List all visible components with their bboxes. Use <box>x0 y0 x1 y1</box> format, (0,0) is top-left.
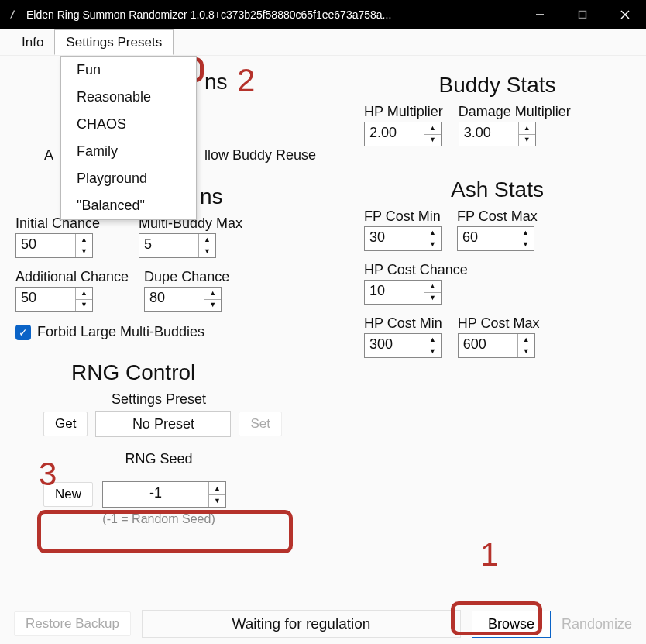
svg-rect-1 <box>579 12 586 19</box>
forbid-large-label: Forbid Large Multi-Buddies <box>37 324 204 340</box>
preset-display: No Preset <box>95 411 231 437</box>
buddy-stats-heading: Buddy Stats <box>364 73 631 98</box>
hp-multiplier-label: HP Multiplier <box>364 104 443 120</box>
hp-cost-min-input[interactable]: 300 ▲▼ <box>364 333 442 358</box>
multi-buddy-max-input[interactable]: 5 ▲▼ <box>139 233 216 258</box>
dupe-chance-label: Dupe Chance <box>144 269 229 285</box>
allow-buddy-reuse-partial: llow Buddy Reuse <box>204 147 316 164</box>
preset-reasonable[interactable]: Reasonable <box>61 84 196 111</box>
damage-multiplier-input[interactable]: 3.00 ▲▼ <box>459 122 536 146</box>
spinner-up-icon[interactable]: ▲ <box>76 234 92 246</box>
title-bar: Elden Ring Summon Randomizer 1.0.8+c373b… <box>0 0 646 29</box>
fp-cost-max-label: FP Cost Max <box>457 208 538 225</box>
preset-balanced[interactable]: "Balanced" <box>61 192 196 219</box>
menu-info[interactable]: Info <box>11 29 54 55</box>
additional-chance-input[interactable]: 50 ▲▼ <box>15 287 93 312</box>
window-title: Elden Ring Summon Randomizer 1.0.8+c373b… <box>26 9 518 21</box>
spinner-down-icon[interactable]: ▼ <box>76 246 92 258</box>
rng-control-heading: RNG Control <box>15 360 349 385</box>
randomize-button[interactable]: Randomize <box>562 616 632 632</box>
ash-stats-heading: Ash Stats <box>364 177 631 202</box>
bottom-bar: Restore Backup Waiting for regulation Br… <box>0 604 646 644</box>
close-button[interactable] <box>603 0 646 29</box>
new-seed-button[interactable]: New <box>43 482 93 507</box>
seed-hint: (-1 = Random Seed) <box>46 512 271 526</box>
fp-cost-max-input[interactable]: 60 ▲▼ <box>457 226 534 251</box>
get-button[interactable]: Get <box>43 412 88 436</box>
preset-chaos[interactable]: CHAOS <box>61 111 196 138</box>
fp-cost-min-label: FP Cost Min <box>364 208 442 225</box>
menu-bar: Info Settings Presets <box>0 29 646 56</box>
hp-cost-chance-label: HP Cost Chance <box>364 262 468 278</box>
settings-presets-dropdown: Fun Reasonable CHAOS Family Playground "… <box>60 56 197 220</box>
set-button[interactable]: Set <box>239 412 282 436</box>
minimize-button[interactable] <box>518 0 561 29</box>
hp-multiplier-input[interactable]: 2.00 ▲▼ <box>364 122 442 146</box>
preset-family[interactable]: Family <box>61 138 196 165</box>
maximize-button[interactable] <box>561 0 603 29</box>
menu-settings-presets[interactable]: Settings Presets <box>54 29 174 55</box>
hp-cost-max-label: HP Cost Max <box>458 315 540 332</box>
restore-backup-button[interactable]: Restore Backup <box>14 611 131 636</box>
hp-cost-chance-input[interactable]: 10 ▲▼ <box>364 280 442 305</box>
forbid-large-checkbox[interactable]: ✓ <box>15 325 31 340</box>
dupe-chance-input[interactable]: 80 ▲▼ <box>144 287 222 312</box>
hp-cost-min-label: HP Cost Min <box>364 315 442 332</box>
damage-multiplier-label: Damage Multiplier <box>459 104 571 120</box>
annotation-1: 1 <box>480 536 498 573</box>
app-icon <box>8 9 20 21</box>
rng-seed-input[interactable]: -1 ▲▼ <box>102 481 226 508</box>
settings-preset-label: Settings Preset <box>46 391 271 408</box>
obscured-letter: A <box>44 147 53 164</box>
rng-seed-label: RNG Seed <box>46 451 271 467</box>
browse-button[interactable]: Browse <box>472 611 551 638</box>
obscured-heading-suffix: ns <box>204 70 228 95</box>
preset-fun[interactable]: Fun <box>61 57 196 84</box>
preset-playground[interactable]: Playground <box>61 165 196 192</box>
status-text: Waiting for regulation <box>142 610 461 638</box>
fp-cost-min-input[interactable]: 30 ▲▼ <box>364 226 442 251</box>
initial-chance-input[interactable]: 50 ▲▼ <box>15 233 93 258</box>
additional-chance-label: Additional Chance <box>15 269 129 285</box>
hp-cost-max-input[interactable]: 600 ▲▼ <box>458 333 535 358</box>
